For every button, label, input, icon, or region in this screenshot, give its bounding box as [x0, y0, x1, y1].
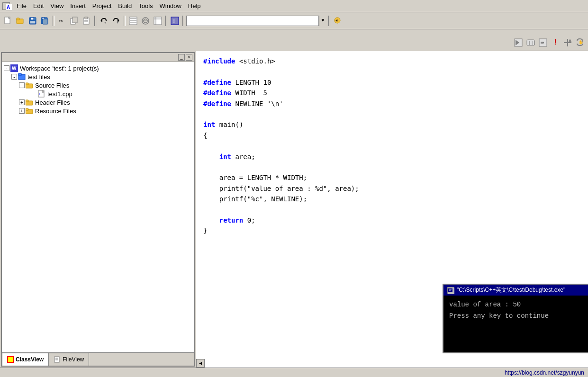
svg-marker-45 [569, 39, 571, 42]
workspace-panel: _ × - W Workspace 'test': 1 project(s) [1, 52, 195, 367]
menu-window[interactable]: Window [157, 1, 184, 10]
console-line1: value of area : 50 [449, 299, 588, 311]
svg-rect-7 [31, 18, 34, 20]
header-folder-icon [26, 99, 33, 106]
tb-btn9[interactable]: ☀ [332, 15, 344, 27]
console-titlebar: "C:\Scripts\C++英文\C\test\Debug\test.exe" [443, 285, 588, 296]
workspace-label: Workspace 'test': 1 project(s) [20, 65, 99, 72]
svg-text:☀: ☀ [335, 18, 338, 24]
menu-insert[interactable]: Insert [67, 1, 89, 10]
toolbar-main: ✂ [0, 12, 588, 29]
tab-bar: ClassView FileView [2, 352, 194, 366]
save-button[interactable] [27, 15, 38, 27]
panel-minimize-button[interactable]: _ [178, 54, 185, 61]
menu-file[interactable]: File [14, 1, 29, 10]
open-button[interactable] [15, 15, 26, 27]
svg-rect-60 [26, 108, 28, 110]
menubar: A File Edit View Insert Project Build To… [0, 0, 588, 12]
svg-rect-58 [26, 100, 28, 102]
top-bars: A File Edit View Insert Project Build To… [0, 0, 588, 29]
tree-item-project[interactable]: - test files [4, 72, 192, 81]
menu-build[interactable]: Build [115, 1, 135, 10]
debug-btn3[interactable]: ⌨ [537, 37, 549, 48]
svg-rect-52 [26, 83, 28, 85]
project-icon [18, 73, 26, 81]
debug-exclaim[interactable]: ! [550, 37, 561, 48]
menu-view[interactable]: View [47, 1, 66, 10]
paste-button[interactable] [81, 15, 92, 27]
combo-arrow[interactable]: ▼ [319, 16, 326, 26]
console-body: value of area : 50 Press any key to cont… [443, 296, 588, 352]
menu-project[interactable]: Project [90, 1, 114, 10]
tab-classview-label: ClassView [16, 356, 44, 363]
svg-text:⌨: ⌨ [541, 40, 544, 46]
tree-item-workspace[interactable]: - W Workspace 'test': 1 project(s) [4, 64, 192, 72]
toolbar-secondary: ||| ⌨ ! ✋ [510, 34, 588, 51]
tree-item-resource[interactable]: + Resource Files [4, 107, 192, 115]
resource-folder-icon [26, 107, 33, 115]
new-file-button[interactable] [2, 15, 14, 27]
expand-resource[interactable]: + [19, 108, 25, 114]
cut-button[interactable]: ✂ [56, 15, 68, 27]
console-line2: Press any key to continue [449, 311, 588, 322]
svg-rect-30 [154, 17, 162, 25]
tab-fileview-label: FileView [63, 356, 84, 363]
panel-close-button[interactable]: × [186, 54, 192, 61]
debug-btn1[interactable] [513, 37, 524, 48]
console-title: "C:\Scripts\C++英文\C\test\Debug\test.exe" [457, 286, 565, 294]
svg-text:✋: ✋ [579, 40, 583, 45]
menu-edit[interactable]: Edit [30, 1, 46, 10]
tree-item-header[interactable]: + Header Files [4, 98, 192, 107]
expand-project[interactable]: - [11, 74, 17, 80]
svg-rect-5 [17, 18, 19, 20]
combo-container: ▼ [186, 16, 326, 26]
editor-area: ◀ ▶ #include <stdio.h> #define LENGTH 10… [196, 51, 588, 368]
tb-btn5[interactable] [127, 15, 139, 27]
expand-source[interactable]: - [19, 82, 25, 88]
svg-text:▼: ▼ [104, 21, 107, 25]
menu-tools[interactable]: Tools [136, 1, 155, 10]
svg-text:!: ! [172, 18, 176, 24]
source-folder-label: Source Files [35, 82, 69, 89]
svg-rect-63 [54, 357, 59, 362]
svg-rect-16 [85, 17, 88, 19]
svg-rect-50 [18, 73, 21, 75]
svg-text:✂: ✂ [59, 18, 63, 25]
expand-header[interactable]: + [19, 99, 25, 105]
save-all-button[interactable] [39, 15, 51, 27]
code-content: #include <stdio.h> #define LENGTH 10 #de… [203, 56, 581, 236]
debug-btn4[interactable] [562, 37, 573, 48]
svg-text:A: A [7, 5, 10, 10]
expand-workspace[interactable]: - [4, 65, 9, 71]
tab-fileview[interactable]: FileView [49, 353, 89, 366]
redo-button[interactable]: ▼ [110, 15, 122, 27]
file-label: test1.cpp [47, 90, 72, 98]
sep6 [328, 16, 330, 26]
sep4 [165, 16, 167, 26]
status-url: https://blog.csdn.net/szgyunyun [505, 369, 584, 376]
undo-button[interactable]: ▼ [98, 15, 109, 27]
workspace-icon: W [10, 64, 18, 72]
sep1 [53, 16, 54, 26]
debug-btn5[interactable]: ✋ [574, 37, 586, 48]
debug-btn2[interactable]: ||| [525, 37, 536, 48]
console-window: "C:\Scripts\C++英文\C\test\Debug\test.exe"… [443, 284, 588, 353]
header-folder-label: Header Files [35, 99, 70, 106]
sep5 [182, 16, 184, 26]
sep3 [124, 16, 126, 26]
cpp-file-icon: + [38, 90, 45, 98]
tb-btn8[interactable]: ! [169, 15, 181, 27]
content-row: _ × - W Workspace 'test': 1 project(s) [0, 51, 588, 368]
tb-btn7[interactable] [152, 15, 163, 27]
menu-help[interactable]: Help [185, 1, 204, 10]
tree-item-source[interactable]: - Source Files [4, 81, 192, 90]
copy-button[interactable] [69, 15, 80, 27]
svg-text:W: W [12, 66, 17, 71]
svg-text:|||: ||| [528, 41, 535, 45]
combo-input[interactable] [186, 16, 319, 26]
tb-btn6[interactable] [140, 15, 151, 27]
tree-item-test1[interactable]: + test1.cpp [4, 90, 192, 98]
scroll-left-button[interactable]: ◀ [196, 359, 205, 368]
tab-classview[interactable]: ClassView [2, 353, 49, 366]
svg-rect-11 [43, 19, 48, 24]
